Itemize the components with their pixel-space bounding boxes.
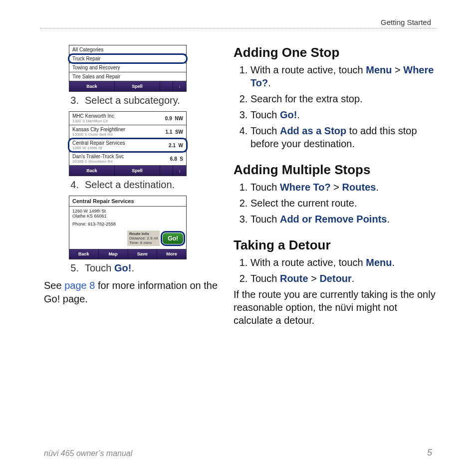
route-info-time: Time: 6 mins [129,240,158,245]
dist: 2.1 [169,143,176,148]
page-link[interactable]: page 8 [64,280,95,291]
back-button: Back [69,249,99,259]
results-screenshot: MHC Kenworth Inc1301 S Hamilton Cir 0.9 … [69,111,187,176]
back-button: Back [69,81,115,91]
label: Tire Sales and Repair [72,74,120,79]
step-number: 5. [69,262,79,274]
dist: 1.1 [165,129,172,135]
bold-go: Go! [280,109,297,120]
dist: 6.8 [170,156,177,162]
step: Search for the extra stop. [250,92,436,105]
button-bar: Back Spell ↓ [69,81,186,91]
down-icon: ↓ [173,166,186,176]
footer-title: nüvi 465 owner’s manual [44,449,132,458]
list-item: Kansas City Freightliner13000 S Outer Be… [69,125,186,139]
addr: 1301 S Hamilton Cir [72,119,114,123]
header-rule [40,28,436,28]
heading: Taking a Detour [234,238,436,253]
bold-menu: Menu [366,257,392,268]
go-button: Go! [163,233,183,244]
step-5: 5. Touch Go!. [69,262,219,274]
down-icon: ↓ [173,81,186,91]
name: MHC Kenworth Inc [72,113,114,119]
save-button: Save [128,249,158,259]
spacer [160,81,173,91]
step-number: 3. [69,95,79,106]
label: All Categories [72,47,103,52]
categories-screenshot: All Categories Truck Repair Towing and R… [69,45,187,92]
list-item-highlighted: Central Repair Services1260 W 149th St 2… [69,139,186,152]
bold-detour: Detour [319,273,351,284]
spell-button: Spell [115,166,160,176]
bold-add-remove-points: Add or Remove Points [280,214,387,225]
name: Central Repair Services [72,140,125,146]
step: Touch Add as a Stop to add this stop bef… [250,124,436,150]
bold-route: Route [280,273,308,284]
button-bar: Back Map Save More [69,249,186,259]
step-text: Select a subcategory. [85,95,180,106]
route-info-dist: Distance: 2.9 mi [129,236,158,240]
section-adding-multiple-stops: Adding Multiple Stops Touch Where To? > … [234,162,436,226]
list-item-highlighted: Truck Repair [69,54,186,63]
dir: W [179,143,183,148]
addr: 13000 S Outer Belt Rd [72,132,125,137]
name: Kansas City Freightliner [72,127,125,132]
map-button: Map [99,249,128,259]
see-note: See page 8 for more information on the G… [44,279,219,306]
step-3: 3. Select a subcategory. [69,95,219,106]
step: With a route active, touch Menu. [250,256,436,269]
step: Touch Route > Detour. [250,272,436,285]
poi-addr1: 1260 W 149th St [72,209,183,214]
name: Dan's Trailer-Truck Svc [72,154,124,159]
heading: Adding Multiple Stops [234,162,436,178]
step-number: 4. [69,179,79,191]
bold-menu: Menu [366,64,392,75]
more-button: More [157,249,186,259]
step-text: Touch Go!. [85,262,134,274]
list-item: MHC Kenworth Inc1301 S Hamilton Cir 0.9 … [69,112,186,125]
addr: 1260 W 149th St [72,146,125,150]
dir: SW [175,129,183,135]
poi-title: Central Repair Services [72,198,134,204]
step: Select the current route. [250,197,436,210]
step-text: Select a destination. [85,179,175,191]
heading: Adding One Stop [234,45,436,60]
poi-phone: Phone: 913-782-2558 [72,222,183,227]
button-bar: Back Spell ↓ [69,166,186,176]
label: Truck Repair [72,56,101,61]
list-item: Dan's Trailer-Truck Svc20385 S Woodland … [69,152,186,166]
spacer [160,166,173,176]
section-adding-one-stop: Adding One Stop With a route active, tou… [234,45,436,150]
step: With a route active, touch Menu > Where … [250,63,436,89]
dir: NW [175,116,183,121]
page-number: 5 [427,448,432,458]
label: Towing and Recovery [72,65,120,70]
step: Touch Where To? > Routes. [250,181,436,194]
detail-screenshot: Central Repair Services 1260 W 149th St … [69,196,187,259]
addr: 20385 S Woodland Rd [72,159,124,164]
bold-add-as-stop: Add as a Stop [280,125,346,136]
section-taking-detour: Taking a Detour With a route active, tou… [234,238,436,327]
list-item: Tire Sales and Repair [69,72,186,81]
list-item: Towing and Recovery [69,63,186,72]
dir: S [180,156,183,162]
step: Touch Go!. [250,108,436,121]
list-item: All Categories [69,45,186,54]
bold-routes: Routes [342,182,376,193]
route-info-box: Route Info Distance: 2.9 mi Time: 6 mins [127,231,160,246]
detour-note: If the route you are currently taking is… [234,288,436,327]
spell-button: Spell [115,81,160,91]
route-info-label: Route Info [129,232,149,236]
dist: 0.9 [165,116,172,121]
go-text: Go! [114,262,131,273]
poi-addr2: Olathe KS 66061 [72,214,183,219]
header-section: Getting Started [381,18,431,26]
back-button: Back [69,166,115,176]
bold-where-to: Where To? [280,182,331,193]
step-4: 4. Select a destination. [69,179,219,191]
step: Touch Add or Remove Points. [250,213,436,226]
